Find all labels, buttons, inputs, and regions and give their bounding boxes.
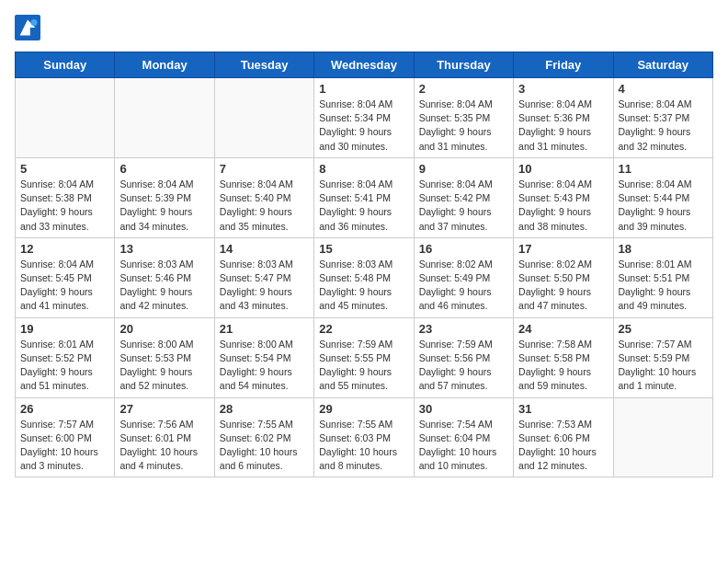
day-number: 16 bbox=[419, 242, 508, 256]
day-number: 19 bbox=[20, 322, 109, 336]
day-number: 1 bbox=[319, 82, 408, 96]
day-cell: 3Sunrise: 8:04 AM Sunset: 5:36 PM Daylig… bbox=[514, 78, 613, 158]
day-cell: 2Sunrise: 8:04 AM Sunset: 5:35 PM Daylig… bbox=[414, 78, 513, 158]
day-info: Sunrise: 8:03 AM Sunset: 5:46 PM Dayligh… bbox=[119, 258, 209, 314]
day-number: 7 bbox=[220, 162, 309, 176]
week-row-3: 19Sunrise: 8:01 AM Sunset: 5:52 PM Dayli… bbox=[16, 317, 713, 397]
day-number: 3 bbox=[518, 82, 608, 96]
header-saturday: Saturday bbox=[613, 52, 712, 78]
day-cell: 17Sunrise: 8:02 AM Sunset: 5:50 PM Dayli… bbox=[514, 237, 613, 317]
logo-icon bbox=[15, 15, 40, 40]
day-info: Sunrise: 8:02 AM Sunset: 5:50 PM Dayligh… bbox=[518, 258, 608, 314]
header-wednesday: Wednesday bbox=[314, 52, 414, 78]
day-cell: 29Sunrise: 7:55 AM Sunset: 6:03 PM Dayli… bbox=[314, 397, 414, 477]
day-info: Sunrise: 8:02 AM Sunset: 5:49 PM Dayligh… bbox=[419, 258, 508, 314]
page-header bbox=[15, 15, 713, 40]
day-cell: 22Sunrise: 7:59 AM Sunset: 5:55 PM Dayli… bbox=[314, 317, 414, 397]
week-row-1: 5Sunrise: 8:04 AM Sunset: 5:38 PM Daylig… bbox=[16, 157, 713, 237]
day-info: Sunrise: 7:58 AM Sunset: 5:58 PM Dayligh… bbox=[518, 338, 608, 394]
day-number: 14 bbox=[220, 242, 309, 256]
header-tuesday: Tuesday bbox=[214, 52, 313, 78]
day-number: 15 bbox=[319, 242, 408, 256]
day-number: 30 bbox=[419, 402, 508, 416]
day-info: Sunrise: 7:56 AM Sunset: 6:01 PM Dayligh… bbox=[119, 418, 209, 474]
day-info: Sunrise: 8:04 AM Sunset: 5:43 PM Dayligh… bbox=[518, 178, 608, 234]
day-info: Sunrise: 8:03 AM Sunset: 5:48 PM Dayligh… bbox=[319, 258, 408, 314]
day-info: Sunrise: 7:57 AM Sunset: 6:00 PM Dayligh… bbox=[20, 418, 109, 474]
day-number: 31 bbox=[518, 402, 608, 416]
day-cell: 24Sunrise: 7:58 AM Sunset: 5:58 PM Dayli… bbox=[514, 317, 613, 397]
day-cell: 18Sunrise: 8:01 AM Sunset: 5:51 PM Dayli… bbox=[613, 237, 712, 317]
day-number: 28 bbox=[220, 402, 309, 416]
day-number: 23 bbox=[419, 322, 508, 336]
calendar-header-row: SundayMondayTuesdayWednesdayThursdayFrid… bbox=[16, 52, 713, 78]
day-number: 13 bbox=[119, 242, 209, 256]
day-number: 2 bbox=[419, 82, 508, 96]
day-number: 11 bbox=[619, 162, 708, 176]
day-number: 26 bbox=[20, 402, 109, 416]
calendar-table: SundayMondayTuesdayWednesdayThursdayFrid… bbox=[15, 52, 713, 477]
day-info: Sunrise: 8:01 AM Sunset: 5:52 PM Dayligh… bbox=[20, 338, 109, 394]
day-info: Sunrise: 7:55 AM Sunset: 6:03 PM Dayligh… bbox=[319, 418, 408, 474]
day-cell: 19Sunrise: 8:01 AM Sunset: 5:52 PM Dayli… bbox=[16, 317, 115, 397]
week-row-2: 12Sunrise: 8:04 AM Sunset: 5:45 PM Dayli… bbox=[16, 237, 713, 317]
day-cell bbox=[115, 78, 214, 158]
day-cell: 13Sunrise: 8:03 AM Sunset: 5:46 PM Dayli… bbox=[115, 237, 214, 317]
header-monday: Monday bbox=[115, 52, 214, 78]
day-cell: 28Sunrise: 7:55 AM Sunset: 6:02 PM Dayli… bbox=[214, 397, 313, 477]
day-cell bbox=[613, 397, 712, 477]
day-info: Sunrise: 7:55 AM Sunset: 6:02 PM Dayligh… bbox=[220, 418, 309, 474]
day-cell: 4Sunrise: 8:04 AM Sunset: 5:37 PM Daylig… bbox=[613, 78, 712, 158]
header-friday: Friday bbox=[514, 52, 613, 78]
week-row-0: 1Sunrise: 8:04 AM Sunset: 5:34 PM Daylig… bbox=[16, 78, 713, 158]
day-cell: 25Sunrise: 7:57 AM Sunset: 5:59 PM Dayli… bbox=[613, 317, 712, 397]
day-info: Sunrise: 8:04 AM Sunset: 5:45 PM Dayligh… bbox=[20, 258, 109, 314]
day-cell: 8Sunrise: 8:04 AM Sunset: 5:41 PM Daylig… bbox=[314, 157, 414, 237]
day-cell: 26Sunrise: 7:57 AM Sunset: 6:00 PM Dayli… bbox=[16, 397, 115, 477]
day-cell: 5Sunrise: 8:04 AM Sunset: 5:38 PM Daylig… bbox=[16, 157, 115, 237]
day-info: Sunrise: 7:57 AM Sunset: 5:59 PM Dayligh… bbox=[619, 338, 708, 394]
day-number: 9 bbox=[419, 162, 508, 176]
day-number: 25 bbox=[619, 322, 708, 336]
day-info: Sunrise: 8:04 AM Sunset: 5:41 PM Dayligh… bbox=[319, 178, 408, 234]
day-info: Sunrise: 8:04 AM Sunset: 5:37 PM Dayligh… bbox=[619, 98, 708, 154]
day-cell: 11Sunrise: 8:04 AM Sunset: 5:44 PM Dayli… bbox=[613, 157, 712, 237]
day-number: 21 bbox=[220, 322, 309, 336]
day-info: Sunrise: 8:03 AM Sunset: 5:47 PM Dayligh… bbox=[220, 258, 309, 314]
day-number: 18 bbox=[619, 242, 708, 256]
day-cell: 23Sunrise: 7:59 AM Sunset: 5:56 PM Dayli… bbox=[414, 317, 513, 397]
day-number: 17 bbox=[518, 242, 608, 256]
day-cell: 20Sunrise: 8:00 AM Sunset: 5:53 PM Dayli… bbox=[115, 317, 214, 397]
day-number: 8 bbox=[319, 162, 408, 176]
day-cell: 27Sunrise: 7:56 AM Sunset: 6:01 PM Dayli… bbox=[115, 397, 214, 477]
day-cell: 30Sunrise: 7:54 AM Sunset: 6:04 PM Dayli… bbox=[414, 397, 513, 477]
day-info: Sunrise: 7:53 AM Sunset: 6:06 PM Dayligh… bbox=[518, 418, 608, 474]
day-number: 24 bbox=[518, 322, 608, 336]
day-info: Sunrise: 8:01 AM Sunset: 5:51 PM Dayligh… bbox=[619, 258, 708, 314]
day-info: Sunrise: 7:59 AM Sunset: 5:55 PM Dayligh… bbox=[319, 338, 408, 394]
day-cell: 16Sunrise: 8:02 AM Sunset: 5:49 PM Dayli… bbox=[414, 237, 513, 317]
day-cell: 15Sunrise: 8:03 AM Sunset: 5:48 PM Dayli… bbox=[314, 237, 414, 317]
day-info: Sunrise: 8:04 AM Sunset: 5:39 PM Dayligh… bbox=[119, 178, 209, 234]
header-thursday: Thursday bbox=[414, 52, 513, 78]
day-number: 5 bbox=[20, 162, 109, 176]
header-sunday: Sunday bbox=[16, 52, 115, 78]
day-info: Sunrise: 8:04 AM Sunset: 5:34 PM Dayligh… bbox=[319, 98, 408, 154]
day-cell: 31Sunrise: 7:53 AM Sunset: 6:06 PM Dayli… bbox=[514, 397, 613, 477]
day-info: Sunrise: 8:00 AM Sunset: 5:53 PM Dayligh… bbox=[119, 338, 209, 394]
day-info: Sunrise: 8:04 AM Sunset: 5:40 PM Dayligh… bbox=[220, 178, 309, 234]
day-cell: 1Sunrise: 8:04 AM Sunset: 5:34 PM Daylig… bbox=[314, 78, 414, 158]
day-number: 6 bbox=[119, 162, 209, 176]
day-info: Sunrise: 8:04 AM Sunset: 5:38 PM Dayligh… bbox=[20, 178, 109, 234]
day-info: Sunrise: 8:04 AM Sunset: 5:44 PM Dayligh… bbox=[619, 178, 708, 234]
day-cell bbox=[214, 78, 313, 158]
day-info: Sunrise: 8:00 AM Sunset: 5:54 PM Dayligh… bbox=[220, 338, 309, 394]
day-cell: 6Sunrise: 8:04 AM Sunset: 5:39 PM Daylig… bbox=[115, 157, 214, 237]
day-number: 10 bbox=[518, 162, 608, 176]
day-cell: 21Sunrise: 8:00 AM Sunset: 5:54 PM Dayli… bbox=[214, 317, 313, 397]
day-cell: 7Sunrise: 8:04 AM Sunset: 5:40 PM Daylig… bbox=[214, 157, 313, 237]
logo bbox=[15, 15, 44, 40]
day-info: Sunrise: 8:04 AM Sunset: 5:35 PM Dayligh… bbox=[419, 98, 508, 154]
svg-point-2 bbox=[31, 19, 38, 26]
day-cell: 14Sunrise: 8:03 AM Sunset: 5:47 PM Dayli… bbox=[214, 237, 313, 317]
